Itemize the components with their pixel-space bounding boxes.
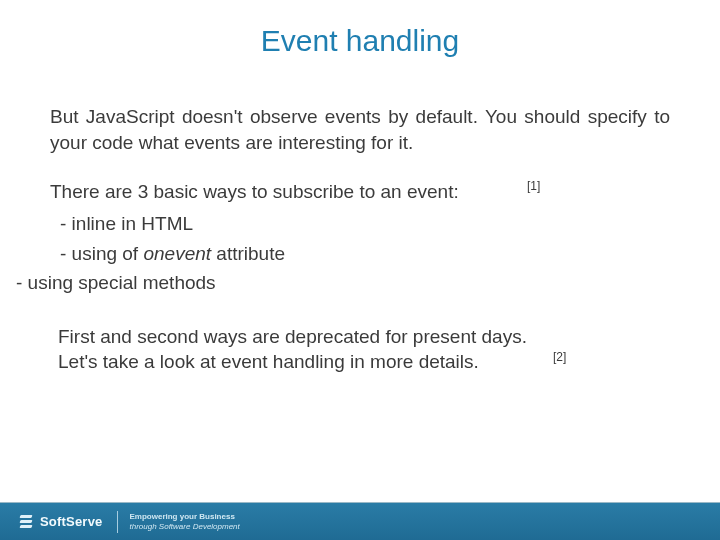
logo-block: SoftServe bbox=[0, 514, 103, 530]
bullet-item-2-suffix: attribute bbox=[211, 243, 285, 264]
footer-bar: SoftServe Empowering your Business throu… bbox=[0, 503, 720, 540]
closing-line-1: First and second ways are deprecated for… bbox=[58, 326, 527, 347]
footer-divider bbox=[117, 511, 118, 533]
list-lead-text: There are 3 basic ways to subscribe to a… bbox=[50, 181, 459, 202]
thumbnail-marker-1: [1] bbox=[527, 179, 540, 193]
brand-name: SoftServe bbox=[40, 514, 103, 529]
footer: SoftServe Empowering your Business throu… bbox=[0, 502, 720, 540]
tagline-line-2: through Software Development bbox=[130, 522, 240, 531]
slide-title: Event handling bbox=[50, 24, 670, 58]
closing-paragraph: First and second ways are deprecated for… bbox=[50, 324, 670, 375]
tagline-line-1: Empowering your Business bbox=[130, 512, 235, 521]
bullet-item-2: - using of onevent attribute bbox=[50, 239, 670, 268]
logo-icon bbox=[18, 514, 34, 530]
onevent-keyword: onevent bbox=[143, 243, 211, 264]
bullet-item-1: - inline in HTML bbox=[50, 209, 670, 238]
closing-line-2: Let's take a look at event handling in m… bbox=[58, 351, 479, 372]
slide: Event handling But JavaScript doesn't ob… bbox=[0, 0, 720, 540]
bullet-list: - inline in HTML - using of onevent attr… bbox=[50, 209, 670, 297]
footer-tagline: Empowering your Business through Softwar… bbox=[130, 512, 240, 531]
thumbnail-marker-2: [2] bbox=[553, 349, 566, 365]
bullet-item-3: - using special methods bbox=[16, 268, 670, 297]
list-lead: There are 3 basic ways to subscribe to a… bbox=[50, 181, 670, 203]
intro-paragraph: But JavaScript doesn't observe events by… bbox=[50, 104, 670, 155]
bullet-item-2-prefix: - using of bbox=[60, 243, 143, 264]
